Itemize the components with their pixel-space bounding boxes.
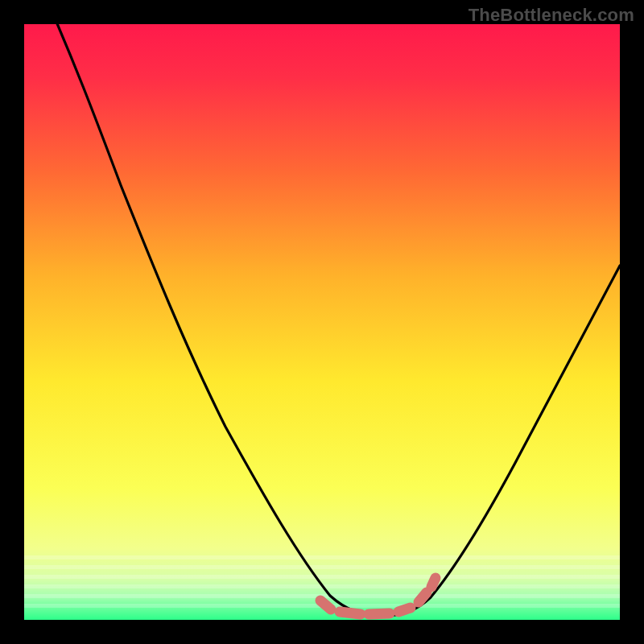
outer-frame: TheBottleneck.com <box>0 0 644 644</box>
gradient-background <box>24 24 620 620</box>
svg-rect-2 <box>24 575 620 579</box>
watermark-text: TheBottleneck.com <box>469 5 634 26</box>
svg-rect-1 <box>24 565 620 569</box>
svg-rect-0 <box>24 555 620 559</box>
plot-area <box>24 24 620 620</box>
chart-svg <box>24 24 620 620</box>
